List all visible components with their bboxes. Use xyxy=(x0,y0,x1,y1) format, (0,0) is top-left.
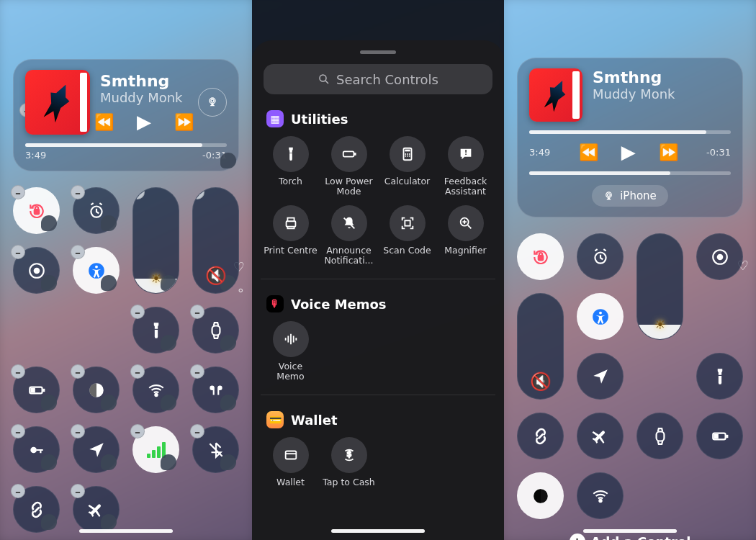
progress-bar[interactable] xyxy=(529,130,731,134)
remove-badge-icon[interactable]: – xyxy=(190,424,204,438)
play-button[interactable]: ▶ xyxy=(137,111,151,132)
resize-handle-icon[interactable] xyxy=(101,275,117,291)
link-toggle[interactable]: – xyxy=(13,486,60,533)
resize-handle-icon[interactable] xyxy=(161,335,176,351)
resize-handle-icon[interactable] xyxy=(41,454,57,470)
audio-device-button[interactable]: iPhone xyxy=(592,185,668,207)
gallery-item[interactable]: Announce Notificati... xyxy=(322,205,376,267)
accessibility-toggle[interactable] xyxy=(577,293,624,340)
resize-handle-icon[interactable] xyxy=(41,395,57,410)
accessibility-toggle[interactable]: – xyxy=(73,247,120,294)
dark-mode-toggle[interactable] xyxy=(517,472,564,519)
gallery-item[interactable]: Scan Code xyxy=(380,205,434,267)
remove-badge-icon[interactable]: – xyxy=(130,364,145,379)
remove-badge-icon[interactable]: – xyxy=(11,364,25,379)
mute-slider[interactable]: 🔇– xyxy=(192,187,239,294)
volume-bar[interactable] xyxy=(529,171,731,175)
apple-watch-toggle[interactable]: – xyxy=(192,307,239,354)
passwords-toggle[interactable]: – xyxy=(13,426,60,473)
resize-handle-icon[interactable] xyxy=(41,275,57,291)
sheet-grabber-icon[interactable] xyxy=(360,50,396,54)
airplay-icon xyxy=(603,191,614,202)
gallery-item[interactable]: $Tap to Cash xyxy=(322,437,376,499)
remove-badge-icon[interactable]: – xyxy=(71,424,85,438)
rewind-button[interactable]: ⏪ xyxy=(579,143,598,161)
remove-badge-icon[interactable]: – xyxy=(11,185,25,199)
resize-handle-icon[interactable] xyxy=(41,215,57,231)
media-card[interactable]: – Smthng Muddy Monk ⏪ ▶ ⏩ 3:49 xyxy=(13,59,239,171)
gallery-item[interactable]: Calculator xyxy=(380,136,434,198)
remove-badge-icon[interactable]: – xyxy=(130,424,145,438)
torch-toggle[interactable] xyxy=(696,353,743,400)
resize-handle-icon[interactable] xyxy=(101,395,117,410)
remove-badge-icon[interactable]: – xyxy=(132,187,145,199)
remove-badge-icon[interactable]: – xyxy=(71,245,85,259)
wifi-toggle[interactable]: – xyxy=(132,366,179,413)
alarm-toggle[interactable] xyxy=(577,233,624,280)
low-power-toggle[interactable]: – xyxy=(13,366,60,413)
resize-handle-icon[interactable] xyxy=(220,335,236,351)
home-indicator[interactable] xyxy=(583,529,677,533)
screen-record-toggle[interactable]: – xyxy=(13,247,60,294)
mute-slider[interactable]: 🔇 xyxy=(517,293,564,400)
remove-badge-icon[interactable]: – xyxy=(71,364,85,379)
remove-badge-icon[interactable]: – xyxy=(190,364,204,379)
brightness-slider[interactable]: ☀– xyxy=(132,187,179,294)
gallery-item[interactable]: Print Centre xyxy=(264,205,318,267)
gallery-item[interactable]: Low Power Mode xyxy=(322,136,376,198)
remove-badge-icon[interactable]: – xyxy=(130,305,145,319)
wifi-toggle[interactable] xyxy=(577,472,624,519)
location-toggle[interactable] xyxy=(577,353,624,400)
play-button[interactable]: ▶ xyxy=(621,141,636,163)
location-toggle[interactable]: – xyxy=(73,426,120,473)
rotation-lock-toggle[interactable]: – xyxy=(13,187,60,234)
gallery-item[interactable]: Torch xyxy=(264,136,318,198)
section-icon: ▦ xyxy=(266,110,284,127)
remove-badge-icon[interactable]: – xyxy=(11,484,25,498)
resize-handle-icon[interactable] xyxy=(220,153,236,168)
search-input[interactable]: Search Controls xyxy=(264,64,492,94)
apple-watch-toggle[interactable] xyxy=(636,413,683,459)
torch-toggle[interactable]: – xyxy=(132,307,179,354)
resize-handle-icon[interactable] xyxy=(101,514,117,530)
link-toggle[interactable] xyxy=(517,413,564,459)
gallery-item[interactable]: !Feedback Assistant xyxy=(438,136,492,198)
airplane-toggle[interactable]: – xyxy=(73,486,120,533)
remove-badge-icon[interactable]: – xyxy=(192,187,204,199)
media-card[interactable]: Smthng Muddy Monk 3:49 ⏪ ▶ ⏩ -0:31 iPhon… xyxy=(517,58,743,217)
resize-handle-icon[interactable] xyxy=(161,454,176,470)
airpods-toggle[interactable]: – xyxy=(192,366,239,413)
resize-handle-icon[interactable] xyxy=(41,514,57,530)
home-indicator[interactable] xyxy=(79,529,173,533)
resize-handle-icon[interactable] xyxy=(101,215,117,231)
gallery-item[interactable]: Magnifier xyxy=(438,205,492,267)
remove-badge-icon[interactable]: – xyxy=(190,305,204,319)
remove-badge-icon[interactable]: – xyxy=(11,245,25,259)
progress-bar[interactable] xyxy=(25,143,227,147)
dark-mode-toggle[interactable]: – xyxy=(73,366,120,413)
resize-handle-icon[interactable] xyxy=(101,454,117,470)
resize-handle-icon[interactable] xyxy=(220,395,236,410)
remove-badge-icon[interactable]: – xyxy=(11,424,25,438)
alarm-toggle[interactable]: – xyxy=(73,187,120,234)
rotation-lock-toggle[interactable] xyxy=(517,233,564,280)
home-indicator[interactable] xyxy=(331,529,425,533)
resize-handle-icon[interactable] xyxy=(220,454,236,470)
remove-badge-icon[interactable]: – xyxy=(71,484,85,498)
gallery-item[interactable]: Wallet xyxy=(264,437,318,499)
airplane-toggle[interactable] xyxy=(577,413,624,459)
low-power-toggle[interactable] xyxy=(696,413,743,459)
remove-badge-icon[interactable]: – xyxy=(71,185,85,199)
screen-record-toggle[interactable] xyxy=(696,233,743,280)
gallery-item[interactable]: Voice Memo xyxy=(264,321,318,383)
airplay-button[interactable] xyxy=(198,88,227,117)
brightness-slider[interactable]: ☀ xyxy=(636,233,683,340)
resize-handle-icon[interactable] xyxy=(161,275,176,291)
cellular-toggle[interactable]: – xyxy=(132,426,179,473)
resize-handle-icon[interactable] xyxy=(161,395,176,410)
bluetooth-off-toggle[interactable]: – xyxy=(192,426,239,473)
add-control-button[interactable]: + Add a Control xyxy=(570,534,691,540)
forward-button[interactable]: ⏩ xyxy=(174,113,194,131)
rewind-button[interactable]: ⏪ xyxy=(94,113,114,131)
forward-button[interactable]: ⏩ xyxy=(659,143,678,161)
